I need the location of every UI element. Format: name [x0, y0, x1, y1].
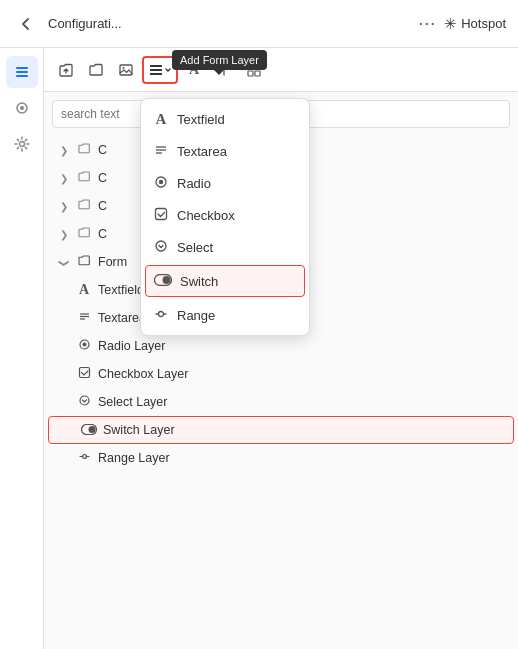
layer-label: Checkbox Layer [98, 367, 188, 381]
range-icon [153, 307, 169, 324]
add-form-layer-dropdown: A Textfield Textarea [140, 98, 310, 336]
folder-icon [76, 226, 92, 242]
form-group-icon [76, 254, 92, 270]
svg-rect-14 [255, 71, 260, 76]
dropdown-item-switch[interactable]: Switch [145, 265, 305, 297]
range-layer-item[interactable]: Range Layer [44, 444, 518, 472]
dropdown-item-label: Textfield [177, 112, 225, 127]
dropdown-item-checkbox[interactable]: Checkbox [141, 199, 309, 231]
dropdown-item-textarea[interactable]: Textarea [141, 135, 309, 167]
switch-layer-item[interactable]: Switch Layer [48, 416, 514, 444]
chevron-down-icon: ❯ [59, 258, 70, 266]
svg-point-19 [82, 343, 86, 347]
layer-label: Switch Layer [103, 423, 175, 437]
svg-rect-9 [150, 69, 162, 71]
svg-point-23 [89, 426, 96, 433]
svg-point-34 [159, 311, 164, 316]
sidebar-icons [0, 48, 44, 649]
textarea-icon [76, 310, 92, 326]
hotspot-label: Hotspot [461, 16, 506, 31]
radio-icon [153, 175, 169, 192]
hotspot-icon: ✳ [444, 15, 457, 33]
svg-rect-2 [16, 75, 28, 77]
toolbar-row: A [44, 48, 518, 92]
textarea-icon [153, 143, 169, 160]
select-icon [76, 394, 92, 410]
chevron-right-icon: ❯ [60, 229, 68, 240]
dropdown-item-label: Checkbox [177, 208, 235, 223]
hotspot-button[interactable]: ✳ Hotspot [444, 15, 506, 33]
form-group-label: Form [98, 255, 127, 269]
back-button[interactable] [12, 10, 40, 38]
svg-point-29 [159, 179, 163, 183]
svg-rect-10 [150, 73, 162, 75]
toolbar-grid[interactable] [240, 56, 268, 84]
svg-rect-8 [150, 65, 162, 67]
checkbox-icon [76, 366, 92, 382]
toolbar-type[interactable]: A [180, 56, 208, 84]
chevron-right-icon: ❯ [60, 173, 68, 184]
dropdown-item-textfield[interactable]: A Textfield [141, 103, 309, 135]
svg-point-33 [163, 276, 171, 284]
toolbar-align[interactable] [210, 56, 238, 84]
toolbar-image[interactable] [112, 56, 140, 84]
sidebar-item-components[interactable] [6, 92, 38, 124]
more-button[interactable]: ··· [418, 13, 436, 34]
svg-rect-11 [248, 64, 253, 69]
layer-label: Radio Layer [98, 339, 165, 353]
select-icon [153, 239, 169, 256]
folder-icon [76, 142, 92, 158]
range-icon [76, 450, 92, 466]
toolbar-folder-up[interactable] [52, 56, 80, 84]
dropdown-item-label: Textarea [177, 144, 227, 159]
textfield-icon: A [153, 111, 169, 128]
svg-rect-12 [255, 64, 260, 69]
sidebar-item-layers[interactable] [6, 56, 38, 88]
dropdown-item-label: Range [177, 308, 215, 323]
layer-label: C [98, 171, 107, 185]
layer-label: C [98, 143, 107, 157]
main-layout: A Add Form Layer [0, 48, 518, 649]
svg-point-24 [82, 455, 86, 459]
svg-rect-0 [16, 67, 28, 69]
svg-rect-30 [156, 208, 167, 219]
dropdown-item-label: Radio [177, 176, 211, 191]
folder-icon [76, 170, 92, 186]
radio-icon [76, 338, 92, 354]
switch-icon [81, 423, 97, 438]
checkbox-icon [153, 207, 169, 224]
layer-label: C [98, 199, 107, 213]
layer-label: Range Layer [98, 451, 170, 465]
textfield-icon: A [76, 282, 92, 298]
svg-point-21 [80, 396, 89, 405]
dropdown-item-radio[interactable]: Radio [141, 167, 309, 199]
svg-point-5 [19, 142, 24, 147]
toolbar-form-group [142, 56, 178, 84]
dropdown-item-select[interactable]: Select [141, 231, 309, 263]
dropdown-item-label: Select [177, 240, 213, 255]
svg-point-7 [123, 67, 125, 69]
svg-rect-13 [248, 71, 253, 76]
select-layer-item[interactable]: Select Layer [44, 388, 518, 416]
radio-layer-item[interactable]: Radio Layer [44, 332, 518, 360]
content-area: A Add Form Layer [44, 48, 518, 649]
switch-icon [154, 274, 172, 289]
top-bar: Configurati... ··· ✳ Hotspot [0, 0, 518, 48]
svg-rect-6 [120, 65, 132, 75]
chevron-right-icon: ❯ [60, 145, 68, 156]
layer-label: Select Layer [98, 395, 167, 409]
dropdown-item-range[interactable]: Range [141, 299, 309, 331]
toolbar-folder[interactable] [82, 56, 110, 84]
svg-point-4 [20, 106, 24, 110]
svg-rect-1 [16, 71, 28, 73]
chevron-right-icon: ❯ [60, 201, 68, 212]
page-title: Configurati... [48, 16, 410, 31]
dropdown-item-label: Switch [180, 274, 218, 289]
checkbox-layer-item[interactable]: Checkbox Layer [44, 360, 518, 388]
folder-icon [76, 198, 92, 214]
layer-label: C [98, 227, 107, 241]
sidebar-item-settings[interactable] [6, 128, 38, 160]
toolbar-form-button[interactable] [142, 56, 178, 84]
svg-point-31 [156, 241, 166, 251]
